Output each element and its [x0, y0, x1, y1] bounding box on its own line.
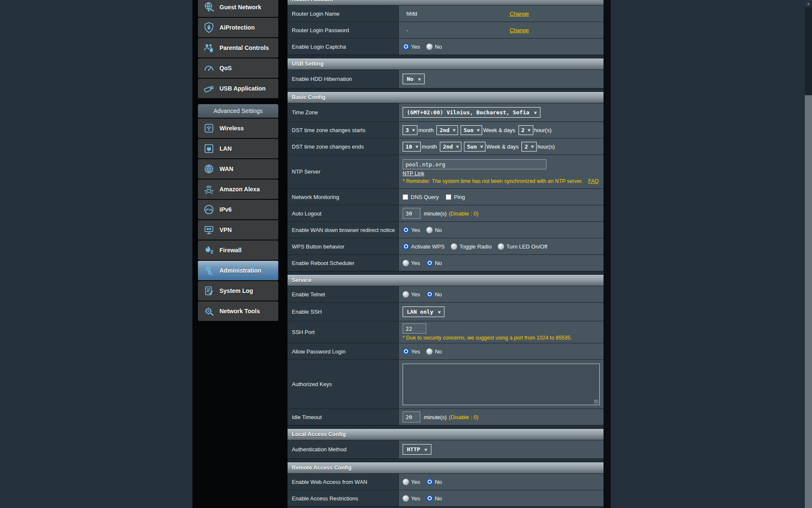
table-row: Enable Access Restrictions Yes No	[288, 490, 604, 506]
sidebar-item-label: Firewall	[219, 247, 241, 254]
sidebar-item-guest-network[interactable]: Guest Network	[198, 0, 278, 17]
dns-query-checkbox[interactable]	[403, 194, 408, 200]
time-zone-select[interactable]: (GMT+02:00) Vilnius, Bucharest, Sofia∨	[403, 107, 540, 118]
chevron-down-icon: ∨	[531, 144, 534, 149]
sidebar-item-label: QoS	[219, 65, 232, 72]
table-row: Enable Web Access from WAN Yes No	[288, 473, 604, 490]
sidebar-item-label: LAN	[219, 145, 232, 152]
captcha-no-radio[interactable]	[426, 44, 433, 50]
captcha-yes-radio[interactable]	[403, 44, 409, 50]
resize-handle[interactable]	[594, 400, 598, 404]
chevron-down-icon: ∨	[533, 110, 537, 115]
sidebar-item-wireless[interactable]: Wireless	[198, 119, 278, 138]
scrollbar[interactable]: ∧	[805, 0, 812, 508]
table-row: Enable WAN down browser redirect notice …	[288, 221, 604, 238]
wan-down-no-radio[interactable]	[426, 227, 433, 233]
sidebar-item-amazon-alexa[interactable]: Amazon Alexa	[198, 179, 278, 199]
hdd-hibernation-select[interactable]: No∨	[403, 74, 425, 84]
row-label: Router Login Name	[288, 6, 399, 22]
sidebar-item-system-log[interactable]: System Log	[198, 281, 278, 301]
sidebar-item-firewall[interactable]: Firewall	[198, 240, 278, 260]
wan-down-yes-radio[interactable]	[403, 227, 409, 233]
sidebar-item-network-tools[interactable]: Network Tools	[198, 301, 278, 321]
dst-end-month-select[interactable]: 10∨	[403, 142, 421, 152]
table-row: Idle Timeout minute(s) (Disable : 0)	[288, 409, 604, 425]
auto-logout-input[interactable]	[403, 208, 420, 219]
access-restrictions-yes-radio[interactable]	[403, 495, 409, 502]
section-title: Local Access Config	[288, 429, 604, 440]
gauge-icon	[202, 61, 216, 75]
sidebar-item-qos[interactable]: QoS	[198, 58, 278, 78]
table-row: WPS Button behavior Activate WPS Toggle …	[288, 238, 604, 254]
sidebar-item-parental-controls[interactable]: Parental Controls	[198, 38, 278, 58]
scrollbar-thumb[interactable]	[805, 95, 812, 508]
change-login-name-link[interactable]: Change	[510, 11, 529, 17]
wps-led-radio[interactable]	[498, 243, 504, 250]
web-access-yes-radio[interactable]	[403, 479, 409, 485]
sidebar-item-aiprotection[interactable]: AiProtection	[198, 18, 278, 37]
sidebar-item-label: Amazon Alexa	[219, 186, 260, 193]
section-title: Basic Config	[288, 92, 604, 103]
ssh-mode-select[interactable]: LAN only∨	[403, 306, 444, 317]
gear-wrench-icon	[202, 264, 216, 277]
row-label: Enable SSH	[288, 303, 399, 321]
sidebar-item-label: USB Application	[219, 85, 266, 92]
dst-end-week-select[interactable]: 2nd∨	[440, 142, 461, 152]
telnet-yes-radio[interactable]	[403, 291, 409, 298]
faq-link[interactable]: FAQ	[588, 178, 599, 184]
row-label: NTP Server	[288, 155, 399, 188]
dst-start-week-select[interactable]: 2nd∨	[436, 125, 458, 135]
sidebar-item-label: Network Tools	[219, 308, 260, 315]
row-label: Authentication Method	[288, 440, 399, 458]
dst-end-day-select[interactable]: Sun∨	[464, 142, 486, 152]
dst-start-day-select[interactable]: Sun∨	[461, 125, 482, 135]
sidebar-item-label: Wireless	[219, 125, 244, 132]
svg-text:IPV6: IPV6	[206, 208, 212, 211]
ntp-server-input[interactable]	[403, 159, 546, 169]
row-label: Idle Timeout	[288, 409, 399, 425]
web-access-no-radio[interactable]	[426, 479, 433, 485]
shield-lock-icon	[202, 21, 216, 34]
wps-activate-radio[interactable]	[403, 243, 409, 250]
row-label: DST time zone changes starts	[288, 122, 399, 138]
section-basic-config: Basic Config Time Zone (GMT+02:00) Vilni…	[288, 92, 604, 271]
table-row: Enable Reboot Scheduler Yes No	[288, 254, 604, 271]
sidebar-item-lan[interactable]: LAN	[198, 139, 278, 158]
sidebar-item-administration[interactable]: Administration	[198, 261, 278, 280]
table-row: NTP Server NTP Link * Reminder: The syst…	[288, 155, 604, 188]
ping-checkbox[interactable]	[446, 194, 451, 200]
authentication-method-select[interactable]: HTTP∨	[403, 444, 431, 455]
dst-start-hour-select[interactable]: 2∨	[518, 125, 533, 135]
row-label: Enable HDD Hibernation	[288, 70, 399, 88]
usb-drive-icon	[202, 82, 216, 95]
dst-end-hour-select[interactable]: 2∨	[521, 142, 536, 152]
router-login-password-value: -	[406, 27, 510, 33]
idle-timeout-input[interactable]	[403, 411, 420, 422]
sidebar-item-wan[interactable]: WAN	[198, 159, 278, 179]
sidebar-item-label: WAN	[219, 166, 233, 172]
row-label: WPS Button behavior	[288, 238, 399, 254]
password-login-yes-radio[interactable]	[403, 348, 409, 355]
sidebar-item-label: System Log	[219, 287, 253, 294]
table-row: Router Login Name hhfd Change	[288, 5, 604, 22]
telnet-no-radio[interactable]	[426, 291, 433, 298]
dst-start-month-select[interactable]: 3∨	[403, 125, 417, 135]
reboot-yes-radio[interactable]	[403, 260, 409, 266]
password-login-no-radio[interactable]	[426, 348, 433, 355]
authorized-keys-textarea[interactable]	[403, 364, 600, 405]
section-service: Service Enable Telnet Yes No Enable SSH …	[288, 275, 604, 425]
sidebar-item-vpn[interactable]: VPN	[198, 220, 278, 240]
ssh-port-input[interactable]	[403, 323, 426, 334]
sidebar-item-usb-application[interactable]: USB Application	[198, 79, 278, 98]
tools-gear-icon	[202, 304, 216, 318]
change-login-password-link[interactable]: Change	[510, 27, 529, 33]
scroll-up-button[interactable]: ∧	[805, 0, 812, 7]
ntp-link[interactable]: NTP Link	[403, 171, 424, 177]
sidebar-item-ipv6[interactable]: IPV6 IPv6	[198, 200, 278, 219]
wps-toggle-radio-radio[interactable]	[451, 243, 457, 250]
settings-panel: Router Account Router Login Name hhfd Ch…	[288, 0, 604, 508]
access-restrictions-no-radio[interactable]	[426, 495, 433, 502]
log-document-icon	[202, 284, 216, 298]
row-label: DST time zone changes ends	[288, 138, 399, 155]
reboot-no-radio[interactable]	[426, 260, 433, 266]
